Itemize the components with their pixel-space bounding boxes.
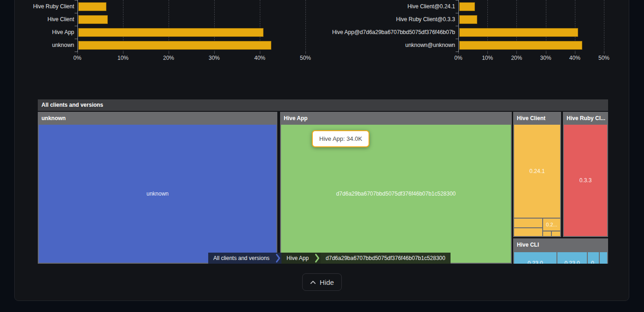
treemap-cell-unknown[interactable]: unknown — [39, 125, 276, 263]
treemap-cell-hive-client-0241[interactable]: 0.24.1 — [514, 125, 560, 218]
treemap-cell-hive-cli-1[interactable]: 0.23.0 — [557, 252, 587, 264]
treemap-cell[interactable] — [514, 228, 542, 236]
treemap-tooltip: Hive App: 34.0K — [312, 130, 369, 147]
treemap-section-hive-app-header[interactable]: Hive App — [280, 112, 512, 125]
breadcrumb-hive-app[interactable]: Hive App — [281, 253, 314, 264]
bar[interactable] — [459, 28, 578, 37]
chevron-right-icon — [314, 253, 321, 264]
bar[interactable] — [459, 15, 477, 24]
chevron-up-icon — [310, 280, 316, 284]
clients-treemap: All clients and versions unknown unknown… — [38, 99, 608, 264]
treemap-section-hive-cli-header[interactable]: Hive CLI — [513, 238, 608, 251]
bar[interactable] — [459, 41, 582, 50]
treemap-section-hive-client[interactable]: Hive Client 0.24.1 0.2... — [513, 112, 561, 237]
bar[interactable] — [78, 15, 108, 24]
treemap-section-hive-client-header[interactable]: Hive Client — [513, 112, 561, 125]
treemap-root-header[interactable]: All clients and versions — [38, 99, 608, 111]
treemap-cell-hive-cli-0[interactable]: 0.23.0 — [514, 252, 556, 264]
treemap-cell-hive-cli-2[interactable]: 0. — [588, 252, 599, 264]
treemap-section-hive-ruby-client-header[interactable]: Hive Ruby Cl... — [563, 112, 608, 125]
chevron-right-icon — [275, 253, 281, 264]
treemap-section-hive-cli[interactable]: Hive CLI 0.23.0 0.23.0 0. — [513, 238, 608, 264]
bar[interactable] — [78, 41, 271, 50]
hide-button[interactable]: Hide — [302, 273, 342, 291]
treemap-section-unknown[interactable]: unknown unknown — [38, 112, 277, 264]
treemap-breadcrumb: All clients and versions Hive App d7d6a2… — [208, 253, 451, 264]
breadcrumb-root[interactable]: All clients and versions — [208, 253, 275, 264]
treemap-cell[interactable] — [600, 252, 607, 264]
hide-button-label: Hide — [320, 278, 334, 286]
treemap-cell[interactable] — [552, 231, 560, 236]
treemap-section-hive-ruby-client[interactable]: Hive Ruby Cl... 0.3.3 — [563, 112, 608, 237]
bar[interactable] — [78, 2, 106, 11]
page: 0%10%20%30%40%50%Hive Ruby ClientHive Cl… — [0, 0, 644, 312]
treemap-cell-hive-client-02x[interactable]: 0.2... — [543, 219, 560, 231]
breadcrumb-hash[interactable]: d7d6a29ba6707bbd5075df376f46b07b1c528300 — [321, 253, 451, 264]
treemap-cell[interactable] — [543, 231, 551, 236]
bar[interactable] — [78, 28, 263, 37]
treemap-section-unknown-header[interactable]: unknown — [38, 112, 277, 125]
treemap-cell-hive-ruby-033[interactable]: 0.3.3 — [564, 125, 607, 236]
treemap-cell[interactable] — [514, 219, 542, 227]
bar[interactable] — [459, 2, 475, 11]
